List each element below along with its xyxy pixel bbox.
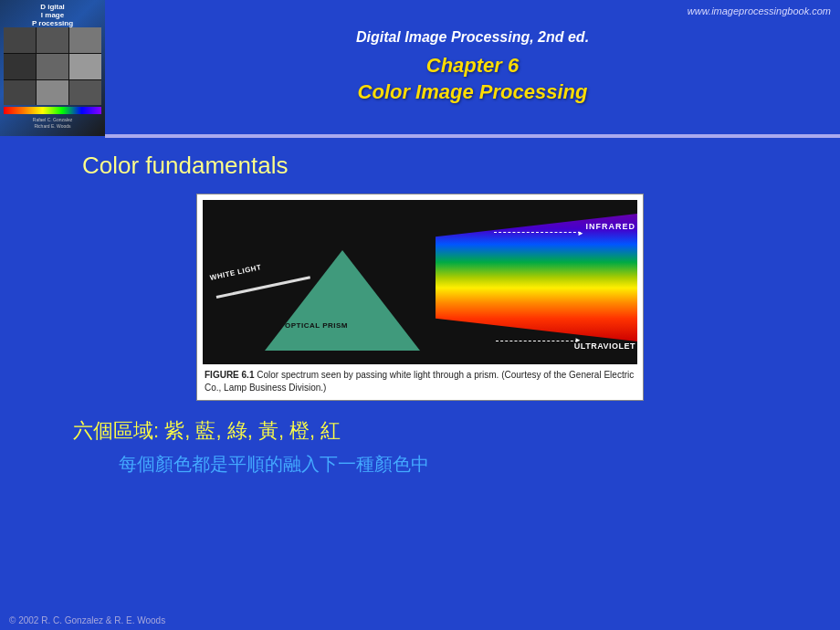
chapter-title: Chapter 6 Color Image Processing bbox=[358, 53, 588, 105]
prism-shape bbox=[265, 250, 420, 351]
page-header: www.imageprocessingbook.com Digital Imag… bbox=[105, 0, 840, 136]
book-title: Digital Image Processing, 2nd ed. bbox=[356, 29, 589, 46]
infrared-label: INFRARED bbox=[586, 222, 636, 231]
book-logo-p: P rocessing bbox=[32, 20, 73, 28]
website-url: www.imageprocessingbook.com bbox=[688, 5, 831, 16]
figure-caption: FIGURE 6.1 Color spectrum seen by passin… bbox=[203, 369, 637, 394]
uv-dashed-line bbox=[496, 341, 578, 341]
book-color-bar bbox=[4, 107, 101, 114]
spectrum-rainbow bbox=[400, 214, 637, 341]
chinese-line1: 六個區域: 紫, 藍, 綠, 黃, 橙, 紅 bbox=[73, 417, 813, 445]
chinese-section: 六個區域: 紫, 藍, 綠, 黃, 橙, 紅 每個顏色都是平順的融入下一種顏色中 bbox=[27, 417, 813, 477]
prism-image: ► ► INFRARED ULTRAVIOLET WHITE LIGHT OPT… bbox=[203, 200, 637, 364]
copyright: © 2002 R. C. Gonzalez & R. E. Woods bbox=[9, 615, 165, 625]
chapter-line2: Color Image Processing bbox=[358, 79, 588, 106]
figure-container: ► ► INFRARED ULTRAVIOLET WHITE LIGHT OPT… bbox=[196, 194, 644, 401]
figure-caption-bold: FIGURE 6.1 bbox=[205, 370, 254, 380]
white-light-label: WHITE LIGHT bbox=[209, 263, 262, 282]
chinese-line2: 每個顏色都是平順的融入下一種顏色中 bbox=[119, 452, 813, 477]
figure-caption-text: Color spectrum seen by passing white lig… bbox=[205, 370, 634, 393]
optical-prism-label: OPTICAL PRISM bbox=[285, 321, 348, 330]
footer: © 2002 R. C. Gonzalez & R. E. Woods bbox=[9, 615, 831, 625]
main-content: Color fundamentals ► ► INFRARED ULTRAVIO… bbox=[0, 138, 840, 603]
infrared-dashed-line bbox=[494, 232, 581, 233]
book-cover: D igital I mage P rocessing Rafael C. Go… bbox=[0, 0, 105, 136]
book-authors: Rafael C. Gonzalez Richard E. Woods bbox=[33, 117, 72, 129]
ultraviolet-label: ULTRAVIOLET bbox=[574, 341, 635, 351]
book-cover-image bbox=[4, 27, 101, 105]
chapter-line1: Chapter 6 bbox=[358, 53, 588, 79]
section-title: Color fundamentals bbox=[82, 152, 288, 180]
